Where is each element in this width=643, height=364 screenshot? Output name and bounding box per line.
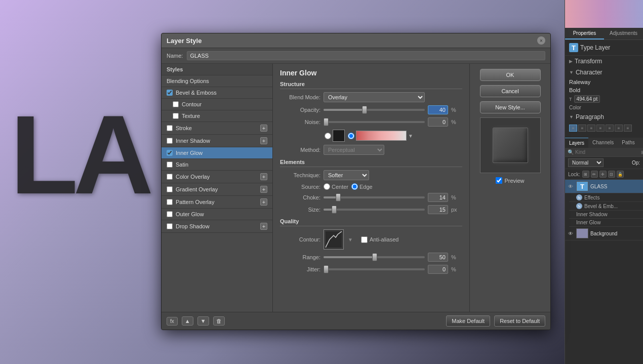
font-size-value[interactable]: 494.64 pt bbox=[574, 95, 600, 103]
size-slider[interactable] bbox=[324, 206, 425, 214]
transform-section[interactable]: ▶ Transform bbox=[565, 56, 643, 67]
lock-artboard[interactable]: ⊡ bbox=[608, 171, 615, 178]
ok-button[interactable]: OK bbox=[480, 69, 541, 81]
range-slider[interactable] bbox=[324, 253, 425, 261]
sidebar-pattern-overlay[interactable]: Pattern Overlay + bbox=[162, 196, 272, 209]
layer-background[interactable]: 👁 Background bbox=[565, 227, 643, 240]
cancel-button[interactable]: Cancel bbox=[480, 85, 541, 97]
gradient-arrow[interactable]: ▼ bbox=[408, 133, 413, 139]
sidebar-satin[interactable]: Satin bbox=[162, 159, 272, 171]
sidebar-stroke[interactable]: Stroke + bbox=[162, 122, 272, 135]
source-center-radio[interactable] bbox=[324, 183, 330, 190]
sidebar-texture[interactable]: Texture bbox=[162, 110, 272, 122]
jitter-num-input[interactable] bbox=[428, 265, 448, 274]
new-style-button[interactable]: New Style... bbox=[480, 101, 541, 113]
sidebar-outer-glow[interactable]: Outer Glow bbox=[162, 209, 272, 220]
filter-icon-1[interactable]: ⊞ bbox=[641, 150, 643, 155]
opacity-thumb[interactable] bbox=[362, 106, 367, 114]
character-section[interactable]: ▼ Character bbox=[565, 67, 643, 78]
contour-dropdown-arrow[interactable]: ▼ bbox=[348, 237, 353, 242]
opacity-num-input[interactable] bbox=[428, 105, 448, 114]
preview-checkbox[interactable] bbox=[496, 177, 502, 184]
glass-eye-icon[interactable]: 👁 bbox=[567, 183, 574, 190]
color-overlay-add-btn[interactable]: + bbox=[260, 173, 267, 180]
tab-layers[interactable]: Layers bbox=[565, 138, 588, 148]
texture-checkbox[interactable] bbox=[173, 113, 179, 119]
lock-pixels[interactable]: ✏ bbox=[591, 171, 598, 178]
sidebar-drop-shadow[interactable]: Drop Shadow + bbox=[162, 220, 272, 233]
satin-checkbox[interactable] bbox=[167, 161, 173, 168]
sidebar-color-overlay[interactable]: Color Overlay + bbox=[162, 171, 272, 183]
inner-glow-checkbox[interactable] bbox=[167, 150, 173, 156]
align-justify-all[interactable]: ≡ bbox=[624, 125, 632, 132]
gradient-color-option[interactable]: ▼ bbox=[348, 131, 413, 141]
size-num-input[interactable] bbox=[428, 205, 448, 214]
technique-select[interactable]: Softer Precise bbox=[324, 170, 369, 180]
source-center-option[interactable]: Center bbox=[324, 183, 348, 190]
stroke-add-btn[interactable]: + bbox=[260, 125, 267, 132]
solid-color-option[interactable] bbox=[325, 130, 345, 142]
make-default-button[interactable]: Make Default bbox=[446, 315, 490, 327]
move-up-button[interactable]: ▲ bbox=[182, 316, 193, 326]
gradient-overlay-checkbox[interactable] bbox=[167, 186, 173, 192]
color-overlay-checkbox[interactable] bbox=[167, 174, 173, 180]
gradient-overlay-add-btn[interactable]: + bbox=[260, 186, 267, 193]
opacity-slider[interactable] bbox=[324, 106, 425, 114]
contour-checkbox[interactable] bbox=[173, 101, 179, 107]
lock-transparent[interactable]: ⊞ bbox=[582, 171, 589, 178]
size-thumb[interactable] bbox=[332, 206, 337, 214]
kind-input[interactable] bbox=[575, 149, 639, 155]
solid-radio[interactable] bbox=[325, 133, 331, 139]
solid-color-swatch[interactable] bbox=[333, 130, 345, 142]
fx-button[interactable]: fx bbox=[167, 317, 178, 326]
outer-glow-checkbox[interactable] bbox=[167, 211, 173, 217]
noise-thumb[interactable] bbox=[324, 118, 329, 126]
stroke-checkbox[interactable] bbox=[167, 125, 173, 131]
align-justify-center[interactable]: ≡ bbox=[606, 125, 614, 132]
contour-thumbnail[interactable] bbox=[324, 229, 344, 250]
bevel-emboss-checkbox[interactable] bbox=[167, 90, 173, 96]
sidebar-inner-shadow[interactable]: Inner Shadow + bbox=[162, 135, 272, 147]
choke-slider[interactable] bbox=[324, 193, 425, 201]
pattern-overlay-checkbox[interactable] bbox=[167, 199, 173, 205]
noise-slider[interactable] bbox=[324, 118, 425, 126]
blend-mode-dropdown[interactable]: Overlay bbox=[324, 92, 425, 102]
preview-checkbox-label[interactable]: Preview bbox=[496, 177, 524, 184]
tab-channels[interactable]: Channels bbox=[588, 138, 618, 148]
sidebar-contour[interactable]: Contour bbox=[162, 99, 272, 110]
lock-all[interactable]: 🔒 bbox=[617, 171, 624, 178]
choke-thumb[interactable] bbox=[336, 193, 341, 201]
tab-paths[interactable]: Paths bbox=[618, 138, 639, 148]
jitter-slider[interactable] bbox=[324, 265, 425, 273]
sidebar-inner-glow[interactable]: Inner Glow bbox=[162, 147, 272, 159]
drop-shadow-add-btn[interactable]: + bbox=[260, 223, 267, 230]
jitter-thumb[interactable] bbox=[324, 265, 329, 273]
tab-adjustments[interactable]: Adjustments bbox=[604, 28, 643, 39]
align-justify-left[interactable]: ≡ bbox=[596, 125, 605, 132]
align-right[interactable]: ≡ bbox=[587, 125, 595, 132]
align-left[interactable]: ≡ bbox=[569, 125, 577, 132]
inner-shadow-add-btn[interactable]: + bbox=[260, 137, 267, 144]
blend-mode-select[interactable]: Normal bbox=[568, 158, 604, 167]
anti-aliased-label[interactable]: Anti-aliased bbox=[361, 236, 398, 243]
bg-eye-icon[interactable]: 👁 bbox=[567, 230, 574, 237]
noise-num-input[interactable] bbox=[428, 117, 448, 127]
pattern-overlay-add-btn[interactable]: + bbox=[260, 198, 267, 206]
dialog-close-button[interactable]: × bbox=[537, 36, 545, 45]
gradient-color-swatch[interactable] bbox=[356, 131, 407, 141]
gradient-radio[interactable] bbox=[348, 133, 354, 139]
source-edge-option[interactable]: Edge bbox=[351, 183, 373, 190]
method-select[interactable]: Perceptual bbox=[324, 145, 384, 155]
anti-aliased-checkbox[interactable] bbox=[361, 236, 368, 243]
range-thumb[interactable] bbox=[372, 253, 377, 261]
choke-num-input[interactable] bbox=[428, 193, 448, 202]
align-justify-right[interactable]: ≡ bbox=[615, 125, 623, 132]
name-input[interactable] bbox=[187, 51, 545, 60]
layer-glass[interactable]: 👁 T GLASS bbox=[565, 180, 643, 193]
align-center[interactable]: ≡ bbox=[578, 125, 586, 132]
sidebar-bevel-emboss[interactable]: Bevel & Emboss bbox=[162, 87, 272, 99]
drop-shadow-checkbox[interactable] bbox=[167, 223, 173, 229]
range-num-input[interactable] bbox=[428, 253, 448, 262]
paragraph-section[interactable]: ▼ Paragraph bbox=[565, 111, 643, 123]
tab-properties[interactable]: Properties bbox=[565, 28, 604, 39]
